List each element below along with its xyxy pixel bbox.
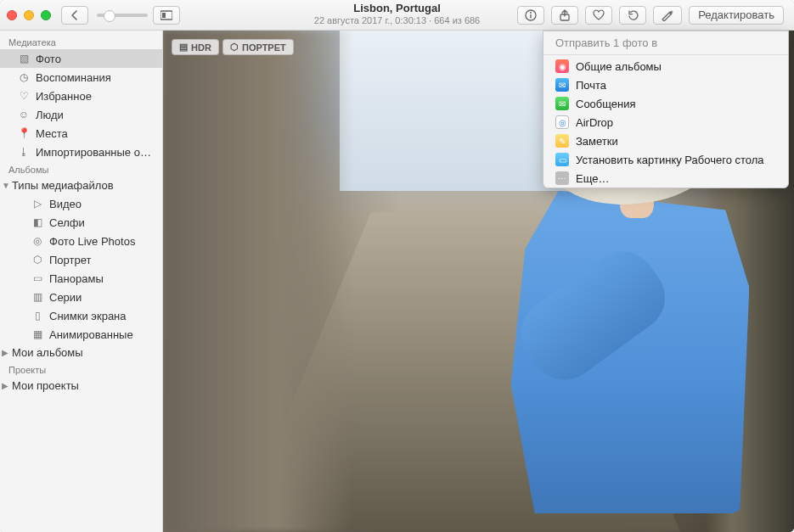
back-button[interactable] [61, 6, 88, 25]
portrait-label: ПОРТРЕТ [242, 42, 286, 53]
photo-subtitle: 22 августа 2017 г., 0:30:13 · 664 из 686 [314, 15, 480, 26]
sidebar-item-label: Избранное [36, 90, 92, 103]
desktop-icon: ▭ [555, 153, 569, 166]
grid-view-button[interactable] [153, 6, 180, 25]
share-item-label: Еще… [576, 172, 609, 185]
selfie-icon: ◧ [31, 216, 44, 229]
disclosure-triangle[interactable]: ▼ [0, 181, 8, 190]
sidebar-item-label: Фото [36, 53, 61, 65]
sidebar-item-bursts[interactable]: ▥ Серии [0, 288, 162, 306]
airdrop-icon: ◎ [555, 115, 569, 129]
sidebar-item-label: Мои проекты [12, 379, 79, 392]
mail-icon: ✉ [555, 78, 569, 92]
share-item-mail[interactable]: ✉ Почта [543, 76, 788, 94]
share-button[interactable] [551, 6, 578, 25]
more-icon: ⋯ [555, 171, 569, 185]
icloud-shared-icon: ◉ [555, 59, 569, 73]
window-controls [7, 10, 51, 20]
zoom-slider[interactable] [97, 14, 148, 17]
screenshot-icon: ▯ [31, 309, 44, 322]
svg-point-3 [530, 12, 532, 14]
titlebar: Lisbon, Portugal 22 августа 2017 г., 0:3… [0, 0, 794, 31]
portrait-icon: ⬡ [31, 253, 44, 266]
share-menu-title: Отправить 1 фото в [543, 31, 788, 54]
sidebar-item-label: Воспоминания [36, 71, 111, 84]
memories-icon: ◷ [17, 70, 31, 84]
places-icon: 📍 [17, 126, 31, 140]
sidebar-item-animated[interactable]: ▦ Анимированные [0, 325, 162, 344]
sidebar-item-places[interactable]: 📍 Места [0, 124, 162, 143]
sidebar: Медиатека ▧ Фото ◷ Воспоминания ♡ Избран… [0, 31, 163, 532]
maximize-window-button[interactable] [41, 10, 51, 20]
video-icon: ▷ [31, 197, 44, 210]
edit-button[interactable]: Редактировать [689, 6, 784, 25]
aperture-icon: ⬡ [230, 42, 239, 53]
enhance-button[interactable] [653, 6, 682, 25]
sidebar-item-favorites[interactable]: ♡ Избранное [0, 87, 162, 105]
svg-rect-4 [530, 14, 531, 19]
sidebar-item-label: Анимированные [49, 328, 133, 341]
import-icon: ⭳ [17, 145, 31, 159]
hdr-label: HDR [191, 42, 211, 53]
share-item-more[interactable]: ⋯ Еще… [543, 169, 788, 188]
share-item-airdrop[interactable]: ◎ AirDrop [543, 113, 788, 132]
panorama-icon: ▭ [31, 272, 44, 285]
photo-title: Lisbon, Portugal [314, 2, 480, 15]
people-icon: ☺ [17, 108, 31, 121]
sidebar-item-imports[interactable]: ⭳ Импортированные о… [0, 143, 162, 161]
sidebar-item-label: Панорамы [49, 272, 104, 285]
animated-icon: ▦ [31, 328, 44, 341]
sidebar-item-memories[interactable]: ◷ Воспоминания [0, 68, 162, 87]
sidebar-item-people[interactable]: ☺ Люди [0, 105, 162, 124]
messages-icon: ✉ [555, 97, 569, 110]
share-item-label: Почта [576, 79, 606, 92]
sidebar-item-myalbums[interactable]: Мои альбомы [8, 344, 90, 361]
share-item-shared-albums[interactable]: ◉ Общие альбомы [543, 57, 788, 76]
sidebar-item-label: Серии [49, 291, 82, 304]
photo-stack-icon: ▧ [17, 52, 31, 65]
sidebar-item-photos[interactable]: ▧ Фото [0, 49, 162, 68]
sidebar-item-videos[interactable]: ▷ Видео [0, 194, 162, 213]
heart-icon: ♡ [17, 89, 31, 103]
share-item-label: Общие альбомы [576, 60, 662, 73]
share-item-label: Установить картинку Рабочего стола [576, 154, 764, 166]
sidebar-item-label: Люди [36, 109, 64, 121]
minimize-window-button[interactable] [24, 10, 34, 20]
share-item-set-desktop[interactable]: ▭ Установить картинку Рабочего стола [543, 150, 788, 169]
share-item-label: Заметки [576, 135, 618, 148]
share-item-label: AirDrop [576, 116, 613, 129]
sidebar-item-mediatypes[interactable]: Типы медиафайлов [8, 176, 121, 194]
sidebar-item-screenshots[interactable]: ▯ Снимки экрана [0, 306, 162, 325]
sidebar-item-panoramas[interactable]: ▭ Панорамы [0, 269, 162, 288]
portrait-badge: ⬡ ПОРТРЕТ [222, 39, 294, 55]
share-item-notes[interactable]: ✎ Заметки [543, 132, 788, 150]
burst-icon: ▥ [31, 290, 44, 304]
hdr-badge: ▤ HDR [172, 39, 219, 55]
share-item-label: Сообщения [576, 98, 636, 110]
info-button[interactable] [517, 6, 544, 25]
disclosure-triangle[interactable]: ▶ [0, 348, 8, 357]
sidebar-item-label: Портрет [49, 254, 91, 266]
sidebar-header-library: Медиатека [0, 34, 162, 49]
rotate-button[interactable] [619, 6, 646, 25]
notes-icon: ✎ [555, 134, 569, 148]
live-icon: ◎ [31, 234, 44, 248]
share-menu: Отправить 1 фото в ◉ Общие альбомы ✉ Поч… [543, 31, 789, 188]
sidebar-item-label: Селфи [49, 216, 85, 229]
sidebar-item-label: Типы медиафайлов [12, 179, 114, 192]
sidebar-item-label: Места [36, 127, 68, 140]
sidebar-item-label: Снимки экрана [49, 310, 127, 322]
sidebar-item-portrait[interactable]: ⬡ Портрет [0, 250, 162, 269]
favorite-button[interactable] [585, 6, 612, 25]
hdr-icon: ▤ [179, 42, 188, 53]
share-item-messages[interactable]: ✉ Сообщения [543, 94, 788, 113]
sidebar-header-albums: Альбомы [0, 161, 162, 176]
sidebar-item-selfies[interactable]: ◧ Селфи [0, 213, 162, 232]
sidebar-item-livephotos[interactable]: ◎ Фото Live Photos [0, 232, 162, 250]
sidebar-item-label: Видео [49, 198, 82, 210]
sidebar-item-myprojects[interactable]: Мои проекты [8, 377, 86, 395]
close-window-button[interactable] [7, 10, 17, 20]
sidebar-item-label: Мои альбомы [12, 346, 83, 359]
disclosure-triangle[interactable]: ▶ [0, 381, 8, 390]
sidebar-item-label: Фото Live Photos [49, 235, 135, 248]
